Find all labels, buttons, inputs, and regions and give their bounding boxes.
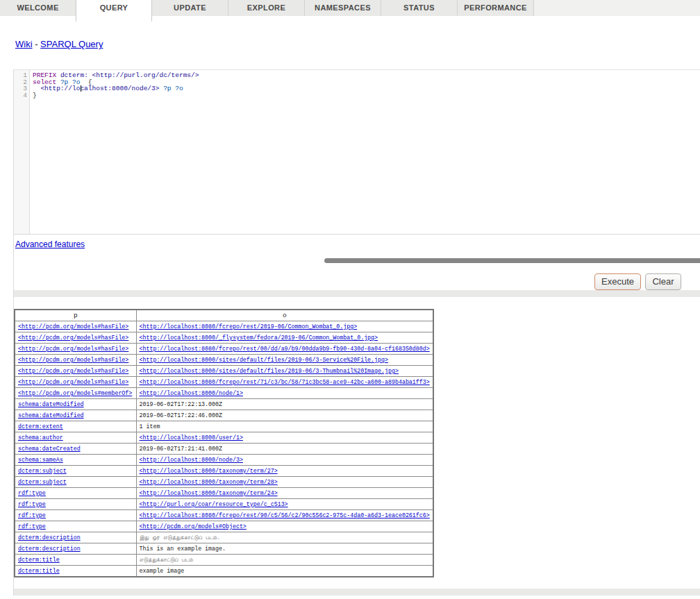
tab-query[interactable]: QUERY bbox=[76, 0, 152, 22]
result-uri-link[interactable]: schema:sameAs bbox=[18, 457, 63, 463]
sparql-query-link[interactable]: SPARQL Query bbox=[40, 39, 103, 49]
result-uri-link[interactable]: rdf:type bbox=[18, 523, 46, 530]
table-row: dcterm:titleexample image bbox=[15, 566, 433, 577]
result-uri-link[interactable]: <http://localhost:8000/taxonomy/term/28> bbox=[140, 479, 278, 485]
result-uri-link[interactable]: <http://localhost:8000/sites/default/fil… bbox=[140, 357, 388, 363]
result-uri-link[interactable]: <http://localhost:8080/fcrepo/rest/90/c5… bbox=[140, 512, 430, 518]
clear-button[interactable]: Clear bbox=[645, 273, 681, 290]
table-cell: dcterm:title bbox=[15, 555, 136, 566]
table-cell: <http://pcdm.org/models#hasFile> bbox=[15, 344, 136, 355]
results-scroll-track-bottom bbox=[14, 589, 700, 596]
table-cell: <http://localhost:8000/taxonomy/term/28> bbox=[136, 477, 433, 488]
code-line: } bbox=[33, 92, 700, 99]
result-uri-link[interactable]: <http://localhost:8080/fcrepo/rest/00/dd… bbox=[140, 346, 430, 352]
result-uri-link[interactable]: schema:dateModified bbox=[18, 401, 84, 407]
table-cell: example image bbox=[136, 566, 433, 577]
result-literal: This is an example image. bbox=[140, 546, 226, 552]
table-row: schema:dateModified2019-06-02T17:22:13.0… bbox=[15, 399, 433, 410]
result-uri-link[interactable]: <http://pcdm.org/models#hasFile> bbox=[18, 379, 128, 385]
table-cell: <http://localhost:8000/_flysystem/fedora… bbox=[136, 332, 433, 344]
result-uri-link[interactable]: <http://localhost:8000/taxonomy/term/27> bbox=[140, 468, 278, 474]
result-uri-link[interactable]: <http://localhost:8000/user/1> bbox=[140, 435, 243, 441]
tab-explore[interactable]: EXPLORE bbox=[228, 0, 305, 16]
table-row: rdf:type<http://localhost:8080/fcrepo/re… bbox=[15, 510, 433, 521]
table-row: <http://pcdm.org/models#memberOf><http:/… bbox=[15, 388, 433, 399]
result-uri-link[interactable]: <http://pcdm.org/models#Object> bbox=[140, 523, 247, 530]
result-uri-link[interactable]: rdf:type bbox=[18, 512, 46, 518]
result-uri-link[interactable]: <http://localhost:8000/sites/default/fil… bbox=[140, 368, 399, 374]
table-cell: <http://pcdm.org/models#hasFile> bbox=[15, 366, 136, 377]
horizontal-scrollbar-thumb[interactable] bbox=[324, 258, 700, 263]
table-cell: rdf:type bbox=[15, 488, 136, 499]
result-literal: 2019-06-02T17:22:46.000Z bbox=[140, 412, 223, 419]
result-uri-link[interactable]: <http://pcdm.org/models#hasFile> bbox=[18, 346, 128, 352]
result-uri-link[interactable]: dcterm:description bbox=[18, 546, 81, 552]
table-row: <http://pcdm.org/models#hasFile><http://… bbox=[15, 332, 433, 344]
table-cell: dcterm:subject bbox=[15, 466, 136, 477]
table-cell: dcterm:description bbox=[15, 543, 136, 555]
result-uri-link[interactable]: dcterm:subject bbox=[18, 479, 67, 485]
result-uri-link[interactable]: dcterm:title bbox=[18, 557, 60, 563]
result-uri-link[interactable]: <http://pcdm.org/models#hasFile> bbox=[18, 323, 128, 330]
table-cell: dcterm:description bbox=[15, 532, 136, 543]
result-uri-link[interactable]: <http://localhost:8080/fcrepo/rest/2019-… bbox=[140, 323, 358, 330]
text-cursor bbox=[81, 85, 81, 92]
table-cell: 2019-06-02T17:21:41.000Z bbox=[136, 444, 433, 455]
result-uri-link[interactable]: dcterm:title bbox=[18, 568, 60, 574]
table-row: <http://pcdm.org/models#hasFile><http://… bbox=[15, 377, 433, 388]
tab-namespaces[interactable]: NAMESPACES bbox=[305, 0, 381, 16]
result-uri-link[interactable]: <http://localhost:8000/_flysystem/fedora… bbox=[140, 335, 378, 341]
table-cell: <http://pcdm.org/models#hasFile> bbox=[15, 377, 136, 388]
execute-button[interactable]: Execute bbox=[594, 273, 641, 290]
query-code-area[interactable]: PREFIX dcterm: <http://purl.org/dc/terms… bbox=[30, 70, 700, 234]
breadcrumb: Wiki - SPARQL Query bbox=[15, 39, 103, 49]
result-uri-link[interactable]: rdf:type bbox=[18, 501, 46, 507]
table-cell: <http://pcdm.org/models#Object> bbox=[136, 521, 433, 532]
table-row: schema:dateCreated2019-06-02T17:21:41.00… bbox=[15, 444, 433, 455]
result-literal: இது ஓர் எடுத்துக்காட்டுப் படம். bbox=[140, 534, 221, 541]
tab-bar-filler bbox=[534, 0, 700, 16]
result-uri-link[interactable]: rdf:type bbox=[18, 490, 46, 496]
result-uri-link[interactable]: dcterm:description bbox=[18, 534, 81, 541]
tab-update[interactable]: UPDATE bbox=[152, 0, 228, 16]
results-table: po <http://pcdm.org/models#hasFile><http… bbox=[14, 309, 434, 577]
result-uri-link[interactable]: dcterm:subject bbox=[18, 468, 67, 474]
blazegraph-workbench-page: WELCOMEQUERYUPDATEEXPLORENAMESPACESSTATU… bbox=[0, 0, 700, 599]
tab-welcome[interactable]: WELCOME bbox=[0, 0, 76, 16]
result-uri-link[interactable]: dcterm:extent bbox=[18, 423, 63, 430]
result-uri-link[interactable]: <http://localhost:8000/node/3> bbox=[140, 457, 243, 463]
table-cell: schema:dateModified bbox=[15, 399, 136, 410]
table-row: dcterm:descriptionThis is an example ima… bbox=[15, 543, 433, 555]
query-results: po <http://pcdm.org/models#hasFile><http… bbox=[14, 309, 434, 577]
table-cell: schema:dateCreated bbox=[15, 444, 136, 455]
line-number: 4 bbox=[14, 92, 27, 99]
result-uri-link[interactable]: <http://pcdm.org/models#memberOf> bbox=[18, 390, 132, 396]
table-row: dcterm:descriptionஇது ஓர் எடுத்துக்காட்ட… bbox=[15, 532, 433, 543]
result-uri-link[interactable]: <http://pcdm.org/models#hasFile> bbox=[18, 335, 128, 341]
advanced-features-link[interactable]: Advanced features bbox=[15, 239, 85, 249]
result-uri-link[interactable]: <http://pcdm.org/models#hasFile> bbox=[18, 368, 128, 374]
table-cell: இது ஓர் எடுத்துக்காட்டுப் படம். bbox=[136, 532, 433, 543]
result-uri-link[interactable]: schema:dateModified bbox=[18, 412, 84, 419]
table-row: <http://pcdm.org/models#hasFile><http://… bbox=[15, 355, 433, 366]
wiki-link[interactable]: Wiki bbox=[15, 39, 33, 49]
result-uri-link[interactable]: schema:dateCreated bbox=[18, 446, 81, 452]
result-uri-link[interactable]: <http://purl.org/coar/resource_type/c_c5… bbox=[140, 501, 288, 507]
tab-performance[interactable]: PERFORMANCE bbox=[458, 0, 534, 16]
tab-status[interactable]: STATUS bbox=[381, 0, 458, 16]
result-uri-link[interactable]: <http://localhost:8000/taxonomy/term/24> bbox=[140, 490, 278, 496]
table-cell: <http://pcdm.org/models#hasFile> bbox=[15, 332, 136, 344]
breadcrumb-separator: - bbox=[33, 39, 41, 49]
result-uri-link[interactable]: schema:author bbox=[18, 435, 63, 441]
result-uri-link[interactable]: <http://pcdm.org/models#hasFile> bbox=[18, 357, 128, 363]
table-cell: <http://localhost:8080/fcrepo/rest/90/c5… bbox=[136, 510, 433, 521]
table-row: dcterm:extent1 item bbox=[15, 421, 433, 432]
code-line: PREFIX dcterm: <http://purl.org/dc/terms… bbox=[33, 72, 700, 79]
sparql-query-editor[interactable]: 1234 PREFIX dcterm: <http://purl.org/dc/… bbox=[14, 69, 700, 235]
results-header-row: po bbox=[15, 310, 433, 321]
column-header-o: o bbox=[136, 310, 433, 321]
table-row: dcterm:subject<http://localhost:8000/tax… bbox=[15, 466, 433, 477]
result-uri-link[interactable]: <http://localhost:8000/node/1> bbox=[140, 390, 243, 396]
result-uri-link[interactable]: <http://localhost:8080/fcrepo/rest/71/c3… bbox=[140, 379, 430, 385]
table-cell: <http://localhost:8000/sites/default/fil… bbox=[136, 366, 433, 377]
